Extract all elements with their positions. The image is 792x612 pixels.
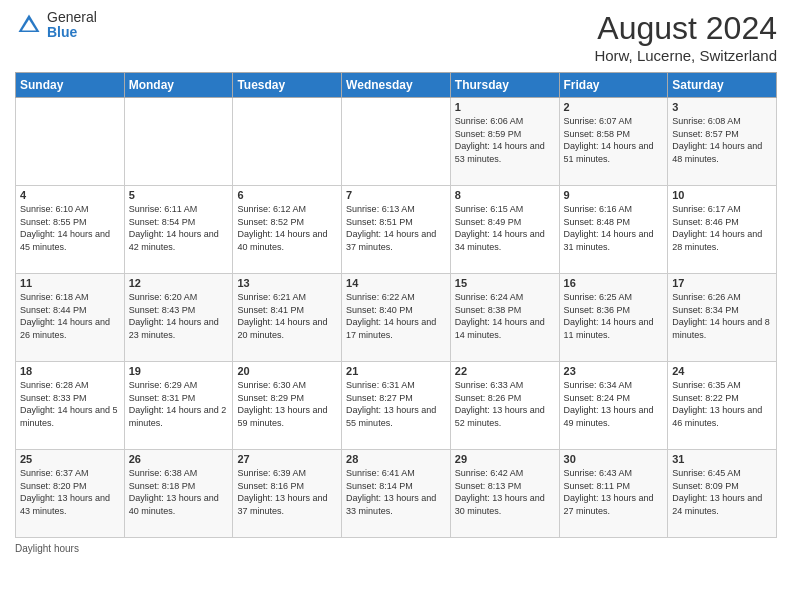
day-number: 6 — [237, 189, 337, 201]
page: General Blue August 2024 Horw, Lucerne, … — [0, 0, 792, 612]
day-number: 11 — [20, 277, 120, 289]
day-info: Sunrise: 6:08 AMSunset: 8:57 PMDaylight:… — [672, 115, 772, 165]
day-number: 13 — [237, 277, 337, 289]
calendar-header-row: SundayMondayTuesdayWednesdayThursdayFrid… — [16, 73, 777, 98]
day-info: Sunrise: 6:30 AMSunset: 8:29 PMDaylight:… — [237, 379, 337, 429]
day-number: 30 — [564, 453, 664, 465]
calendar-cell: 7Sunrise: 6:13 AMSunset: 8:51 PMDaylight… — [342, 186, 451, 274]
calendar-cell: 6Sunrise: 6:12 AMSunset: 8:52 PMDaylight… — [233, 186, 342, 274]
calendar-cell: 14Sunrise: 6:22 AMSunset: 8:40 PMDayligh… — [342, 274, 451, 362]
calendar-week-3: 18Sunrise: 6:28 AMSunset: 8:33 PMDayligh… — [16, 362, 777, 450]
day-info: Sunrise: 6:10 AMSunset: 8:55 PMDaylight:… — [20, 203, 120, 253]
day-number: 12 — [129, 277, 229, 289]
day-info: Sunrise: 6:35 AMSunset: 8:22 PMDaylight:… — [672, 379, 772, 429]
logo-blue: Blue — [47, 25, 97, 40]
calendar-cell: 29Sunrise: 6:42 AMSunset: 8:13 PMDayligh… — [450, 450, 559, 538]
day-info: Sunrise: 6:24 AMSunset: 8:38 PMDaylight:… — [455, 291, 555, 341]
day-header-saturday: Saturday — [668, 73, 777, 98]
day-info: Sunrise: 6:45 AMSunset: 8:09 PMDaylight:… — [672, 467, 772, 517]
day-number: 28 — [346, 453, 446, 465]
day-info: Sunrise: 6:43 AMSunset: 8:11 PMDaylight:… — [564, 467, 664, 517]
calendar-cell: 16Sunrise: 6:25 AMSunset: 8:36 PMDayligh… — [559, 274, 668, 362]
day-number: 19 — [129, 365, 229, 377]
day-number: 25 — [20, 453, 120, 465]
calendar-cell: 22Sunrise: 6:33 AMSunset: 8:26 PMDayligh… — [450, 362, 559, 450]
day-header-sunday: Sunday — [16, 73, 125, 98]
logo-icon — [15, 11, 43, 39]
calendar-cell: 31Sunrise: 6:45 AMSunset: 8:09 PMDayligh… — [668, 450, 777, 538]
day-info: Sunrise: 6:26 AMSunset: 8:34 PMDaylight:… — [672, 291, 772, 341]
logo-general: General — [47, 10, 97, 25]
calendar-cell: 3Sunrise: 6:08 AMSunset: 8:57 PMDaylight… — [668, 98, 777, 186]
calendar-cell: 28Sunrise: 6:41 AMSunset: 8:14 PMDayligh… — [342, 450, 451, 538]
day-number: 14 — [346, 277, 446, 289]
day-info: Sunrise: 6:38 AMSunset: 8:18 PMDaylight:… — [129, 467, 229, 517]
day-info: Sunrise: 6:33 AMSunset: 8:26 PMDaylight:… — [455, 379, 555, 429]
day-number: 29 — [455, 453, 555, 465]
calendar-week-2: 11Sunrise: 6:18 AMSunset: 8:44 PMDayligh… — [16, 274, 777, 362]
day-number: 16 — [564, 277, 664, 289]
day-header-thursday: Thursday — [450, 73, 559, 98]
day-number: 26 — [129, 453, 229, 465]
calendar-cell — [233, 98, 342, 186]
day-number: 8 — [455, 189, 555, 201]
calendar-cell: 5Sunrise: 6:11 AMSunset: 8:54 PMDaylight… — [124, 186, 233, 274]
day-number: 15 — [455, 277, 555, 289]
header: General Blue August 2024 Horw, Lucerne, … — [15, 10, 777, 64]
day-info: Sunrise: 6:39 AMSunset: 8:16 PMDaylight:… — [237, 467, 337, 517]
day-info: Sunrise: 6:22 AMSunset: 8:40 PMDaylight:… — [346, 291, 446, 341]
month-year: August 2024 — [594, 10, 777, 47]
day-info: Sunrise: 6:37 AMSunset: 8:20 PMDaylight:… — [20, 467, 120, 517]
day-info: Sunrise: 6:13 AMSunset: 8:51 PMDaylight:… — [346, 203, 446, 253]
calendar-cell: 30Sunrise: 6:43 AMSunset: 8:11 PMDayligh… — [559, 450, 668, 538]
day-info: Sunrise: 6:07 AMSunset: 8:58 PMDaylight:… — [564, 115, 664, 165]
calendar-cell: 1Sunrise: 6:06 AMSunset: 8:59 PMDaylight… — [450, 98, 559, 186]
day-number: 22 — [455, 365, 555, 377]
calendar-cell: 26Sunrise: 6:38 AMSunset: 8:18 PMDayligh… — [124, 450, 233, 538]
day-number: 4 — [20, 189, 120, 201]
day-number: 10 — [672, 189, 772, 201]
day-info: Sunrise: 6:29 AMSunset: 8:31 PMDaylight:… — [129, 379, 229, 429]
day-info: Sunrise: 6:41 AMSunset: 8:14 PMDaylight:… — [346, 467, 446, 517]
calendar-cell: 27Sunrise: 6:39 AMSunset: 8:16 PMDayligh… — [233, 450, 342, 538]
day-info: Sunrise: 6:34 AMSunset: 8:24 PMDaylight:… — [564, 379, 664, 429]
day-header-friday: Friday — [559, 73, 668, 98]
day-number: 27 — [237, 453, 337, 465]
day-number: 21 — [346, 365, 446, 377]
calendar-cell: 13Sunrise: 6:21 AMSunset: 8:41 PMDayligh… — [233, 274, 342, 362]
calendar-cell: 25Sunrise: 6:37 AMSunset: 8:20 PMDayligh… — [16, 450, 125, 538]
calendar-cell: 8Sunrise: 6:15 AMSunset: 8:49 PMDaylight… — [450, 186, 559, 274]
day-info: Sunrise: 6:20 AMSunset: 8:43 PMDaylight:… — [129, 291, 229, 341]
day-number: 3 — [672, 101, 772, 113]
logo-text: General Blue — [47, 10, 97, 41]
day-number: 1 — [455, 101, 555, 113]
day-info: Sunrise: 6:11 AMSunset: 8:54 PMDaylight:… — [129, 203, 229, 253]
calendar-cell: 11Sunrise: 6:18 AMSunset: 8:44 PMDayligh… — [16, 274, 125, 362]
title-block: August 2024 Horw, Lucerne, Switzerland — [594, 10, 777, 64]
calendar: SundayMondayTuesdayWednesdayThursdayFrid… — [15, 72, 777, 538]
day-header-monday: Monday — [124, 73, 233, 98]
day-info: Sunrise: 6:15 AMSunset: 8:49 PMDaylight:… — [455, 203, 555, 253]
calendar-cell: 19Sunrise: 6:29 AMSunset: 8:31 PMDayligh… — [124, 362, 233, 450]
calendar-cell: 9Sunrise: 6:16 AMSunset: 8:48 PMDaylight… — [559, 186, 668, 274]
day-number: 2 — [564, 101, 664, 113]
calendar-week-4: 25Sunrise: 6:37 AMSunset: 8:20 PMDayligh… — [16, 450, 777, 538]
day-info: Sunrise: 6:17 AMSunset: 8:46 PMDaylight:… — [672, 203, 772, 253]
calendar-cell — [124, 98, 233, 186]
calendar-cell — [16, 98, 125, 186]
day-number: 17 — [672, 277, 772, 289]
calendar-cell: 21Sunrise: 6:31 AMSunset: 8:27 PMDayligh… — [342, 362, 451, 450]
day-info: Sunrise: 6:31 AMSunset: 8:27 PMDaylight:… — [346, 379, 446, 429]
day-number: 24 — [672, 365, 772, 377]
calendar-cell: 12Sunrise: 6:20 AMSunset: 8:43 PMDayligh… — [124, 274, 233, 362]
day-info: Sunrise: 6:28 AMSunset: 8:33 PMDaylight:… — [20, 379, 120, 429]
day-number: 18 — [20, 365, 120, 377]
day-number: 23 — [564, 365, 664, 377]
calendar-cell: 24Sunrise: 6:35 AMSunset: 8:22 PMDayligh… — [668, 362, 777, 450]
day-number: 31 — [672, 453, 772, 465]
calendar-week-1: 4Sunrise: 6:10 AMSunset: 8:55 PMDaylight… — [16, 186, 777, 274]
calendar-cell: 10Sunrise: 6:17 AMSunset: 8:46 PMDayligh… — [668, 186, 777, 274]
calendar-cell: 2Sunrise: 6:07 AMSunset: 8:58 PMDaylight… — [559, 98, 668, 186]
day-info: Sunrise: 6:42 AMSunset: 8:13 PMDaylight:… — [455, 467, 555, 517]
footer: Daylight hours — [15, 543, 777, 554]
